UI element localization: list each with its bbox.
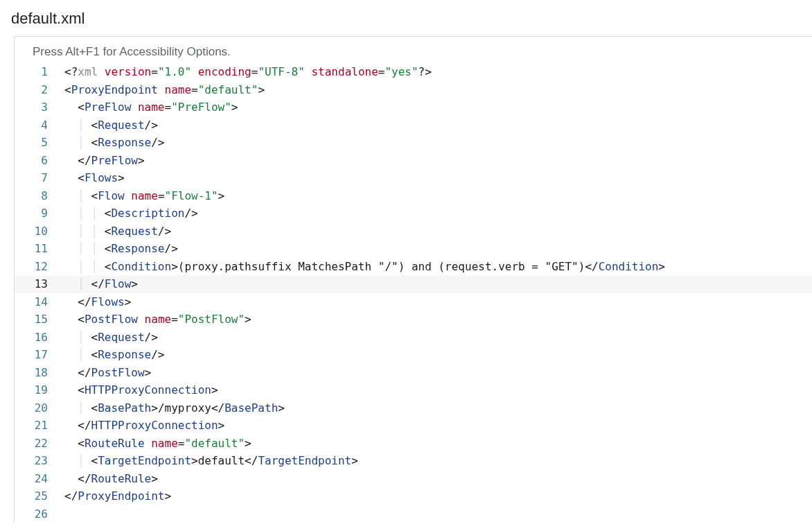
indent-guide — [64, 258, 78, 276]
code-line[interactable]: 16 │ <Request/> — [15, 329, 812, 347]
line-number: 11 — [15, 240, 64, 258]
token-tag: Request — [111, 225, 157, 238]
token-angle: < — [105, 242, 112, 255]
line-number: 19 — [15, 381, 64, 399]
token-angle: > — [191, 454, 198, 467]
token-angle: > — [145, 366, 152, 379]
code-content[interactable]: </ProxyEndpoint> — [64, 487, 812, 505]
token-angle: </ — [78, 366, 91, 379]
token-angle: < — [105, 260, 112, 273]
code-line[interactable]: 15 <PostFlow name="PostFlow"> — [15, 311, 812, 329]
code-content[interactable]: <HTTPProxyConnection> — [64, 381, 812, 399]
token-str: "default" — [184, 437, 245, 450]
code-line[interactable]: 24 </RouteRule> — [15, 470, 812, 488]
code-line[interactable]: 19 <HTTPProxyConnection> — [15, 381, 812, 399]
token-punct: = — [158, 189, 165, 202]
code-line[interactable]: 22 <RouteRule name="default"> — [15, 435, 812, 453]
code-line[interactable]: 6 </PreFlow> — [15, 152, 812, 170]
code-line[interactable]: 8 │ <Flow name="Flow-1"> — [15, 187, 812, 205]
line-number: 17 — [15, 346, 64, 364]
code-line[interactable]: 3 <PreFlow name="PreFlow"> — [15, 98, 812, 116]
token-str: "UTF-8" — [258, 65, 304, 78]
code-line[interactable]: 18 </PostFlow> — [15, 364, 812, 382]
code-content[interactable]: │ <TargetEndpoint>default</TargetEndpoin… — [64, 452, 812, 470]
code-line[interactable]: 12 │ │ <Condition>(proxy.pathsuffix Matc… — [15, 258, 812, 276]
token-angle: </ — [211, 401, 224, 415]
token-xmldecl: xml — [78, 65, 105, 78]
indent-guide — [64, 223, 78, 241]
indent-guide: │ — [91, 223, 105, 241]
token-attr: name — [165, 83, 192, 96]
code-content[interactable]: │ <BasePath>/myproxy</BasePath> — [64, 399, 812, 417]
code-line[interactable]: 11 │ │ <Response/> — [15, 240, 812, 258]
code-line[interactable]: 17 │ <Response/> — [15, 346, 812, 364]
token-tag: HTTPProxyConnection — [91, 419, 218, 432]
token-angle: < — [64, 83, 71, 96]
code-line[interactable]: 25</ProxyEndpoint> — [15, 487, 812, 505]
token-angle: </ — [585, 260, 598, 273]
token-text: default — [198, 454, 245, 467]
token-tag: PreFlow — [85, 101, 138, 114]
code-line[interactable]: 10 │ │ <Request/> — [15, 223, 812, 241]
code-content[interactable]: <RouteRule name="default"> — [64, 435, 812, 453]
code-content[interactable]: │ │ <Description/> — [64, 204, 812, 223]
code-content[interactable]: <PreFlow name="PreFlow"> — [64, 98, 812, 116]
line-number: 8 — [15, 187, 64, 205]
token-tag: Response — [98, 136, 151, 149]
token-str: "Flow-1" — [165, 189, 218, 202]
code-content[interactable]: </RouteRule> — [64, 470, 812, 488]
token-tag: PreFlow — [91, 154, 138, 167]
line-number: 13 — [15, 275, 64, 293]
code-content[interactable]: │ </Flow> — [64, 275, 812, 293]
token-tag: ProxyEndpoint — [71, 83, 165, 96]
line-number: 2 — [15, 81, 64, 99]
code-line[interactable]: 2<ProxyEndpoint name="default"> — [15, 81, 812, 99]
code-content[interactable]: <?xml version="1.0" encoding="UTF-8" sta… — [64, 63, 812, 81]
token-attr: name — [138, 101, 165, 114]
code-editor[interactable]: 1<?xml version="1.0" encoding="UTF-8" st… — [15, 63, 812, 523]
code-content[interactable]: │ │ <Condition>(proxy.pathsuffix Matches… — [64, 258, 812, 276]
code-line[interactable]: 5 │ <Response/> — [15, 134, 812, 152]
line-number: 23 — [15, 452, 64, 470]
code-line[interactable]: 7 <Flows> — [15, 169, 812, 187]
code-line[interactable]: 21 </HTTPProxyConnection> — [15, 417, 812, 435]
token-tag: Flow — [98, 189, 131, 202]
token-tag: PostFlow — [91, 366, 145, 379]
code-content[interactable]: <ProxyEndpoint name="default"> — [64, 81, 812, 99]
token-angle: > — [125, 295, 132, 308]
code-content[interactable]: │ <Flow name="Flow-1"> — [64, 187, 812, 205]
indent-guide: │ — [91, 240, 105, 258]
code-content[interactable]: </Flows> — [64, 293, 812, 311]
code-content[interactable]: │ <Response/> — [64, 134, 812, 152]
line-number: 24 — [15, 470, 64, 488]
code-content[interactable]: │ <Request/> — [64, 116, 812, 134]
code-content[interactable]: </PreFlow> — [64, 152, 812, 170]
token-angle: </ — [245, 454, 258, 467]
code-line[interactable]: 1<?xml version="1.0" encoding="UTF-8" st… — [15, 63, 812, 81]
indent-guide — [64, 311, 78, 329]
indent-guide: │ — [91, 204, 105, 223]
code-content[interactable]: │ <Response/> — [64, 346, 812, 364]
token-angle: < — [78, 437, 85, 450]
code-content[interactable]: │ <Request/> — [64, 329, 812, 347]
code-line[interactable]: 13 │ </Flow> — [15, 275, 812, 293]
code-line[interactable]: 4 │ <Request/> — [15, 116, 812, 134]
indent-guide: │ — [78, 399, 91, 417]
token-tag: BasePath — [224, 401, 278, 415]
code-content[interactable]: <Flows> — [64, 169, 812, 187]
code-line[interactable]: 20 │ <BasePath>/myproxy</BasePath> — [15, 399, 812, 417]
code-content[interactable]: <PostFlow name="PostFlow"> — [64, 311, 812, 329]
code-line[interactable]: 14 </Flows> — [15, 293, 812, 311]
code-content[interactable]: </PostFlow> — [64, 364, 812, 382]
code-line[interactable]: 23 │ <TargetEndpoint>default</TargetEndp… — [15, 452, 812, 470]
code-line[interactable]: 9 │ │ <Description/> — [15, 204, 812, 223]
token-angle: ?> — [418, 65, 432, 78]
token-angle: /> — [145, 119, 158, 132]
code-content[interactable]: │ │ <Response/> — [64, 240, 812, 258]
code-content[interactable]: </HTTPProxyConnection> — [64, 417, 812, 435]
line-number: 20 — [15, 399, 64, 417]
token-angle: </ — [91, 277, 105, 290]
code-line[interactable]: 26 — [15, 505, 812, 523]
code-content[interactable]: │ │ <Request/> — [64, 223, 812, 241]
indent-guide — [64, 346, 78, 364]
